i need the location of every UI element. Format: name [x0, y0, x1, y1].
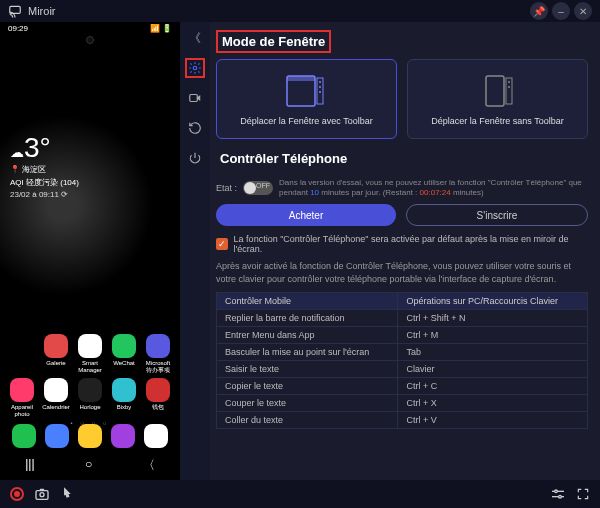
table-row: Copier le texteCtrl + C: [217, 377, 588, 394]
table-row: Couper le texteCtrl + X: [217, 394, 588, 411]
nav-home[interactable]: ○: [85, 457, 92, 474]
section-window-title: Mode de Fenêtre: [216, 30, 331, 53]
app-icon[interactable]: Galerie: [40, 334, 72, 374]
nav-back[interactable]: 〈: [143, 457, 155, 474]
weather-widget: ☁3° 📍 海淀区 AQI 轻度污染 (104) 23/02 à 09:11 ⟳: [10, 132, 79, 199]
rotate-icon[interactable]: [185, 118, 205, 138]
svg-rect-9: [486, 76, 504, 106]
svg-point-16: [555, 490, 558, 493]
table-row: Entrer Menu dans AppCtrl + M: [217, 326, 588, 343]
state-label: Etat :: [216, 183, 237, 193]
nav-recents[interactable]: |||: [25, 457, 34, 474]
app-icon[interactable]: Bixby: [108, 378, 140, 418]
app-icon[interactable]: Calendrier: [40, 378, 72, 418]
dock-app-icon[interactable]: [144, 424, 168, 448]
app-icon[interactable]: Horloge: [74, 378, 106, 418]
app-icon[interactable]: 钱包: [142, 378, 174, 418]
app-icon[interactable]: Appareil photo: [6, 378, 38, 418]
mode-with-toolbar[interactable]: Déplacer la Fenêtre avec Toolbar: [216, 59, 397, 139]
mode-thumb-toolbar-icon: [277, 70, 337, 110]
table-row: Coller du texteCtrl + V: [217, 411, 588, 428]
mode-without-toolbar[interactable]: Déplacer la Fenêtre sans Toolbar: [407, 59, 588, 139]
svg-point-18: [559, 495, 562, 498]
dock-app-icon[interactable]: [12, 424, 36, 448]
app-icon[interactable]: Microsoft 待办事项: [142, 334, 174, 374]
table-header-pc: Opérations sur PC/Raccourcis Clavier: [398, 292, 588, 309]
trial-description: Dans la version d'essai, vous ne pouvez …: [279, 178, 588, 199]
cast-icon: [8, 4, 22, 18]
svg-point-7: [319, 86, 321, 88]
collapse-button[interactable]: 《: [185, 28, 205, 48]
phone-mirror-pane[interactable]: 09:29 📶 🔋 ☁3° 📍 海淀区 AQI 轻度污染 (104) 23/02…: [0, 22, 180, 480]
svg-point-14: [40, 493, 44, 497]
shortcut-table: Contrôler Mobile Opérations sur PC/Racco…: [216, 292, 588, 429]
dock-app-icon[interactable]: [111, 424, 135, 448]
app-title: Miroir: [28, 5, 526, 17]
table-row: Basculer la mise au point sur l'écranTab: [217, 343, 588, 360]
dock-app-icon[interactable]: [78, 424, 102, 448]
minimize-button[interactable]: –: [552, 2, 570, 20]
svg-point-6: [319, 81, 321, 83]
svg-point-11: [508, 81, 510, 83]
table-row: Replier la barre de notificationCtrl + S…: [217, 309, 588, 326]
section-control-title: Contrôler Téléphone: [216, 149, 351, 168]
settings-toggle-button[interactable]: [550, 488, 566, 500]
fullscreen-button[interactable]: [576, 487, 590, 501]
svg-rect-2: [190, 95, 198, 102]
record-button[interactable]: [10, 487, 24, 501]
power-icon[interactable]: [185, 148, 205, 168]
checkbox-label: La fonction "Contrôler Téléphone" sera a…: [234, 234, 588, 254]
recorder-icon[interactable]: [185, 88, 205, 108]
svg-point-1: [193, 66, 197, 70]
svg-point-12: [508, 86, 510, 88]
signup-button[interactable]: S'inscrire: [406, 204, 588, 226]
table-header-mobile: Contrôler Mobile: [217, 292, 398, 309]
app-icon[interactable]: WeChat: [108, 334, 140, 374]
svg-point-8: [319, 91, 321, 93]
settings-icon[interactable]: [185, 58, 205, 78]
pin-button[interactable]: 📌: [530, 2, 548, 20]
svg-rect-4: [287, 76, 315, 81]
control-toggle[interactable]: OFF: [243, 181, 273, 195]
pointer-button[interactable]: [60, 487, 74, 501]
buy-button[interactable]: Acheter: [216, 204, 396, 226]
close-button[interactable]: ✕: [574, 2, 592, 20]
app-icon[interactable]: Smart Manager: [74, 334, 106, 374]
svg-rect-13: [36, 491, 48, 500]
table-row: Saisir le texteClavier: [217, 360, 588, 377]
camera-notch: [86, 36, 94, 44]
default-enable-checkbox[interactable]: ✓: [216, 238, 228, 250]
screenshot-button[interactable]: [34, 487, 50, 501]
help-text: Après avoir activé la fonction de Contrô…: [216, 260, 588, 285]
phone-time: 09:29: [8, 24, 28, 33]
dock-app-icon[interactable]: [45, 424, 69, 448]
mode-thumb-notoolbar-icon: [468, 70, 528, 110]
phone-status-icons: 📶 🔋: [150, 24, 172, 33]
